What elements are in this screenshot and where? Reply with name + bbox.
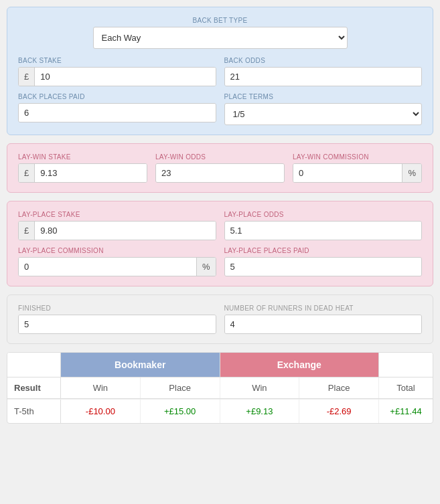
lay-win-stake-prefix: £ [19,164,35,182]
back-stake-label: BACK STAKE [18,57,216,64]
lay-win-commission-group: LAY-WIN COMMISSION % [293,153,422,183]
finished-section: FINISHED NUMBER OF RUNNERS IN DEAD HEAT [7,295,433,344]
results-subheader-ex-win: Win [220,377,300,398]
result-total: +£11.44 [379,400,433,423]
results-subheader-total: Total [379,377,433,398]
place-terms-select[interactable]: 1/5 1/4 1/6 [224,103,423,125]
finished-label: FINISHED [18,305,216,312]
lay-win-row: LAY-WIN STAKE £ LAY-WIN ODDS LAY-WIN COM… [18,153,422,183]
results-subheader: Result Win Place Win Place Total [7,377,433,399]
lay-win-section: LAY-WIN STAKE £ LAY-WIN ODDS LAY-WIN COM… [7,143,433,193]
lay-win-odds-input-wrapper [155,163,285,183]
lay-place-commission-input-wrapper: % [18,257,216,276]
place-terms-label: PLACE TERMS [224,93,423,100]
back-places-paid-input-wrapper [18,103,216,122]
lay-place-section: LAY-PLACE STAKE £ LAY-PLACE ODDS LAY-PLA… [7,201,433,286]
back-places-paid-input[interactable] [19,104,216,122]
back-places-terms-row: BACK PLACES PAID PLACE TERMS 1/5 1/4 1/6 [18,93,422,125]
lay-place-odds-label: LAY-PLACE ODDS [224,211,423,218]
results-header-bookmaker: Bookmaker [61,353,220,377]
lay-place-odds-input-wrapper [224,221,423,240]
table-row: T-5th -£10.00 +£15.00 +£9.13 -£2.69 +£11… [7,399,433,423]
result-bm-win: -£10.00 [61,400,141,423]
back-odds-input[interactable] [225,68,422,86]
back-stake-input[interactable] [35,68,215,86]
results-header: Bookmaker Exchange [7,353,433,377]
finished-input-wrapper [18,315,216,334]
finished-deadheat-row: FINISHED NUMBER OF RUNNERS IN DEAD HEAT [18,305,422,334]
results-subheader-bm-win: Win [61,377,141,398]
back-bet-type-group: BACK BET TYPE Each Way Single Double [18,17,422,49]
lay-win-stake-label: LAY-WIN STAKE [18,153,147,161]
dead-heat-group: NUMBER OF RUNNERS IN DEAD HEAT [224,305,423,334]
back-stake-prefix: £ [19,68,35,86]
back-places-paid-label: BACK PLACES PAID [18,93,216,100]
result-ex-win: +£9.13 [220,400,300,423]
lay-place-commission-suffix: % [196,258,216,276]
lay-win-commission-suffix: % [402,164,421,182]
lay-win-odds-group: LAY-WIN ODDS [155,153,285,183]
lay-place-places-paid-input[interactable] [225,258,422,276]
back-bet-type-label: BACK BET TYPE [193,17,248,24]
result-ex-place: -£2.69 [299,400,379,423]
back-odds-input-wrapper [224,67,423,86]
results-table: Bookmaker Exchange Result Win Place Win … [7,352,433,424]
lay-win-commission-input-wrapper: % [293,163,422,183]
result-bm-place: +£15.00 [141,400,220,423]
lay-place-stake-prefix: £ [19,222,35,240]
back-odds-group: BACK ODDS [224,57,423,86]
results-subheader-bm-place: Place [141,377,220,398]
results-subheader-ex-place: Place [299,377,379,398]
lay-place-stake-odds-row: LAY-PLACE STAKE £ LAY-PLACE ODDS [18,211,422,240]
place-terms-group: PLACE TERMS 1/5 1/4 1/6 [224,93,423,125]
lay-place-places-paid-input-wrapper [224,257,423,276]
lay-place-places-paid-label: LAY-PLACE PLACES PAID [224,247,423,254]
lay-place-commission-label: LAY-PLACE COMMISSION [18,247,216,254]
result-row-label: T-5th [7,400,61,423]
lay-win-stake-input-wrapper: £ [18,163,147,183]
back-bet-type-select[interactable]: Each Way Single Double [93,27,348,49]
back-odds-label: BACK ODDS [224,57,423,64]
lay-place-stake-label: LAY-PLACE STAKE [18,211,216,218]
finished-input[interactable] [19,315,216,333]
results-header-exchange: Exchange [220,353,380,377]
lay-win-stake-input[interactable] [35,164,147,182]
results-subheader-result: Result [7,377,61,398]
lay-place-commission-group: LAY-PLACE COMMISSION % [18,247,216,276]
back-places-paid-group: BACK PLACES PAID [18,93,216,125]
back-bet-section: BACK BET TYPE Each Way Single Double BAC… [7,7,433,135]
results-header-total [379,353,433,377]
lay-win-commission-label: LAY-WIN COMMISSION [293,153,422,161]
results-header-empty [7,353,61,377]
lay-place-commission-input[interactable] [19,258,196,276]
finished-group: FINISHED [18,305,216,334]
lay-place-commission-places-row: LAY-PLACE COMMISSION % LAY-PLACE PLACES … [18,247,422,276]
lay-place-stake-input-wrapper: £ [18,221,216,240]
dead-heat-input[interactable] [225,315,422,333]
back-stake-group: BACK STAKE £ [18,57,216,86]
lay-place-stake-group: LAY-PLACE STAKE £ [18,211,216,240]
lay-win-odds-label: LAY-WIN ODDS [155,153,285,161]
lay-place-odds-group: LAY-PLACE ODDS [224,211,423,240]
lay-win-commission-input[interactable] [293,164,402,182]
lay-place-odds-input[interactable] [225,222,422,240]
lay-place-stake-input[interactable] [35,222,215,240]
lay-win-stake-group: LAY-WIN STAKE £ [18,153,147,183]
lay-place-places-paid-group: LAY-PLACE PLACES PAID [224,247,423,276]
dead-heat-label: NUMBER OF RUNNERS IN DEAD HEAT [224,305,423,312]
dead-heat-input-wrapper [224,315,423,334]
back-stake-input-wrapper: £ [18,67,216,86]
lay-win-odds-input[interactable] [156,164,284,182]
back-stake-odds-row: BACK STAKE £ BACK ODDS [18,57,422,86]
